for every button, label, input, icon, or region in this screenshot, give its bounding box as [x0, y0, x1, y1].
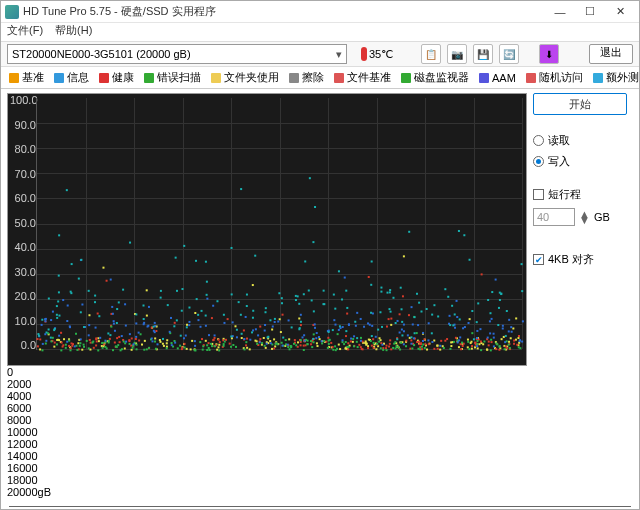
copy-button[interactable]: 📋: [421, 44, 441, 64]
tab-filebench[interactable]: 文件基准: [334, 70, 391, 85]
tab-aam[interactable]: AAM: [479, 72, 516, 84]
radio-icon: [533, 156, 544, 167]
maximize-button[interactable]: ☐: [575, 2, 605, 22]
temperature-value: 35℃: [369, 48, 393, 61]
drive-select-value: ST20000NE000-3G5101 (20000 gB): [12, 48, 191, 60]
toolbar: ST20000NE000-3G5101 (20000 gB) ▾ 35℃ 📋 📷…: [1, 41, 639, 67]
start-button[interactable]: 开始: [533, 93, 627, 115]
refresh-button[interactable]: 🔄: [499, 44, 519, 64]
file-icon: [334, 73, 344, 83]
checkbox-icon: ✔: [533, 254, 544, 265]
drive-select[interactable]: ST20000NE000-3G5101 (20000 gB) ▾: [7, 44, 347, 64]
titlebar: HD Tune Pro 5.75 - 硬盘/SSD 实用程序 — ☐ ✕: [1, 1, 639, 23]
temperature-display: 35℃: [361, 47, 393, 61]
info-icon: [54, 73, 64, 83]
folder-icon: [211, 73, 221, 83]
exit-button[interactable]: 退出: [589, 44, 633, 64]
short-stroke-check[interactable]: 短行程: [533, 187, 627, 202]
results-table: 传输大小 操作/秒 平均访问时间 最大访问时间 平均速度 512 字节251 I…: [9, 506, 631, 510]
chart-x-axis: 0200040006000800010000120001400016000180…: [7, 366, 527, 498]
tab-health[interactable]: 健康: [99, 70, 134, 85]
gauge-icon: [9, 73, 19, 83]
screenshot-button[interactable]: 📷: [447, 44, 467, 64]
menu-help[interactable]: 帮助(H): [55, 23, 92, 41]
side-panel: 开始 读取 写入 短行程 40 ▲▼ GB ✔4KB 对齐: [533, 93, 627, 498]
read-radio[interactable]: 读取: [533, 133, 627, 148]
extra-icon: [593, 73, 603, 83]
aam-icon: [479, 73, 489, 83]
random-icon: [526, 73, 536, 83]
scan-icon: [144, 73, 154, 83]
save-button[interactable]: 💾: [473, 44, 493, 64]
monitor-icon: [401, 73, 411, 83]
window-title: HD Tune Pro 5.75 - 硬盘/SSD 实用程序: [23, 4, 545, 19]
app-icon: [5, 5, 19, 19]
tab-diskmon[interactable]: 磁盘监视器: [401, 70, 469, 85]
tab-info[interactable]: 信息: [54, 70, 89, 85]
tab-random[interactable]: 随机访问: [526, 70, 583, 85]
menu-file[interactable]: 文件(F): [7, 23, 43, 41]
spinner-arrows-icon[interactable]: ▲▼: [579, 211, 590, 223]
tab-erase[interactable]: 擦除: [289, 70, 324, 85]
4kb-align-check[interactable]: ✔4KB 对齐: [533, 252, 627, 267]
action-button[interactable]: ⬇: [539, 44, 559, 64]
close-button[interactable]: ✕: [605, 2, 635, 22]
checkbox-icon: [533, 189, 544, 200]
menubar: 文件(F) 帮助(H): [1, 23, 639, 41]
erase-icon: [289, 73, 299, 83]
thermometer-icon: [361, 47, 367, 61]
write-radio[interactable]: 写入: [533, 154, 627, 169]
tabs: 基准 信息 健康 错误扫描 文件夹使用 擦除 文件基准 磁盘监视器 AAM 随机…: [1, 67, 639, 89]
tab-extra[interactable]: 额外测试: [593, 70, 639, 85]
minimize-button[interactable]: —: [545, 2, 575, 22]
radio-icon: [533, 135, 544, 146]
scatter-chart: 100.090.080.070.060.050.040.030.020.010.…: [7, 93, 527, 366]
short-stroke-value[interactable]: 40 ▲▼ GB: [533, 208, 627, 226]
table-header: 传输大小 操作/秒 平均访问时间 最大访问时间 平均速度: [9, 506, 631, 510]
tab-benchmark[interactable]: 基准: [9, 70, 44, 85]
health-icon: [99, 73, 109, 83]
tab-errorscan[interactable]: 错误扫描: [144, 70, 201, 85]
tab-folderusage[interactable]: 文件夹使用: [211, 70, 279, 85]
chevron-down-icon: ▾: [336, 48, 342, 61]
